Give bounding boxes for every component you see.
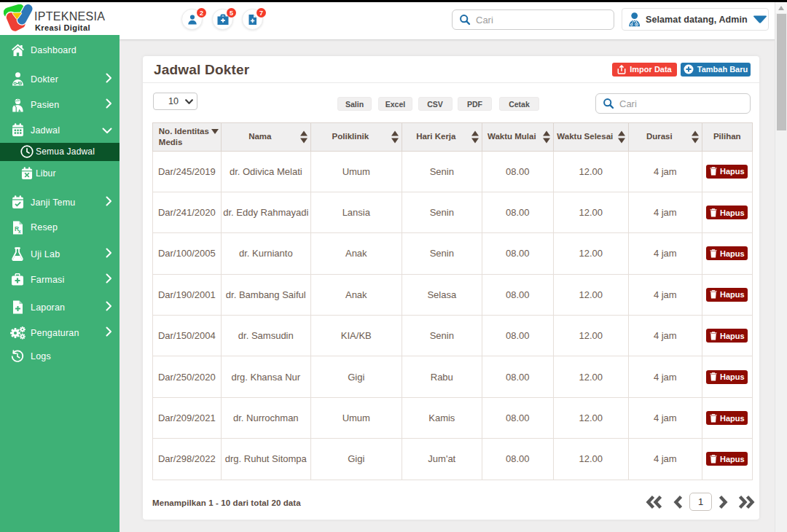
svg-text:x: x [18,228,21,233]
